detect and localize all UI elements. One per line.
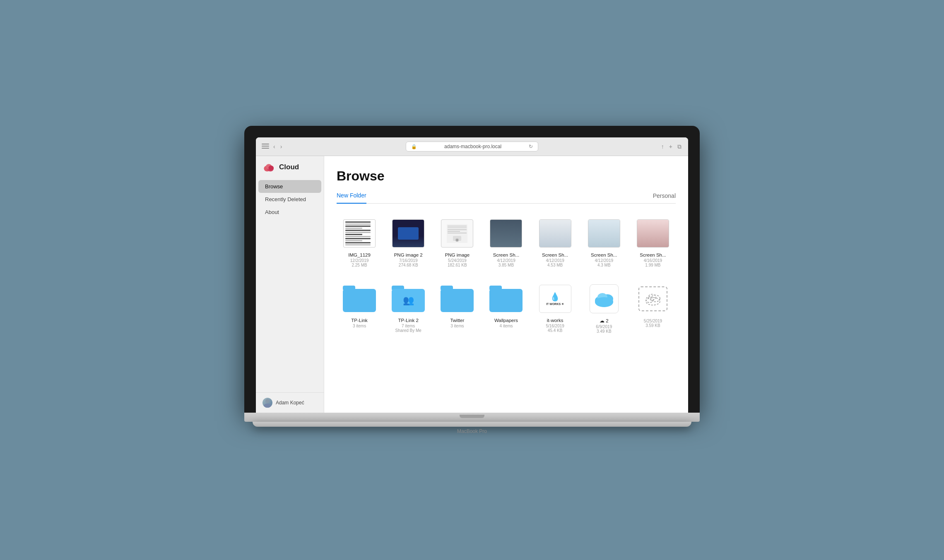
file-item-screen2[interactable]: Screen Sh... 4/12/2019 4.53 MB — [532, 214, 578, 271]
forward-button[interactable]: › — [279, 142, 284, 151]
sidebar-toggle-icon[interactable] — [262, 144, 269, 149]
file-name: PNG image — [438, 252, 476, 257]
avatar-image — [262, 398, 272, 408]
add-tab-button[interactable]: + — [668, 142, 673, 151]
svg-point-5 — [264, 404, 271, 408]
toolbar: New Folder Personal — [337, 192, 676, 204]
file-icon-png2 — [390, 217, 427, 250]
logo-text: Cloud — [279, 163, 299, 171]
sidebar-logo: Cloud — [256, 163, 324, 180]
page-title: Browse — [337, 168, 676, 184]
file-item-wallpapers[interactable]: Wallpapers 4 items — [483, 279, 529, 337]
file-icon-screen2 — [537, 217, 574, 250]
file-size: 4.53 MB — [547, 263, 563, 267]
file-icon-wallpapers — [487, 282, 525, 315]
file-size: 3.49 KB — [597, 329, 612, 334]
sidebar: Cloud Browse Recently Deleted About — [256, 156, 324, 413]
nav-arrows: ‹ › — [272, 142, 284, 151]
macbook-label: MacBook Pro — [244, 428, 700, 434]
file-item-screen1[interactable]: Screen Sh... 4/12/2019 3.85 MB — [483, 214, 529, 271]
file-size: 1.99 MB — [645, 263, 660, 267]
sidebar-item-about[interactable]: About — [258, 206, 321, 219]
file-name: Screen Sh... — [585, 252, 623, 257]
doc-line — [345, 240, 362, 241]
svg-point-4 — [265, 399, 270, 403]
file-subtitle: 3 items — [353, 324, 366, 328]
doc-line — [345, 224, 371, 225]
tabs-button[interactable]: ⧉ — [677, 142, 682, 151]
back-button[interactable]: ‹ — [272, 142, 277, 151]
file-item-png1[interactable]: PNG image 5/24/2019 182.61 KB — [434, 214, 480, 271]
svg-rect-8 — [448, 229, 467, 230]
file-size: 182.61 KB — [448, 263, 467, 267]
file-grid-row1: IMG_1129 12/2/2019 2.25 MB PNG imag — [337, 214, 676, 271]
file-item-screen3[interactable]: Screen Sh... 4/12/2019 4.3 MB — [581, 214, 627, 271]
address-text: adams-macbook-pro.local — [419, 144, 527, 149]
file-item-screen4[interactable]: Screen Sh... 4/16/2019 1.99 MB — [630, 214, 676, 271]
share-button[interactable]: ↑ — [660, 142, 665, 151]
reload-icon[interactable]: ↻ — [529, 144, 533, 149]
screen-bezel: ‹ › 🔒 adams-macbook-pro.local ↻ ↑ + ⧉ — [244, 126, 700, 413]
file-date: 4/16/2019 — [644, 258, 662, 263]
file-name: Twitter — [438, 318, 476, 323]
file-item-clouddash[interactable]: 5/25/2019 3.59 KB — [630, 279, 676, 337]
folder-icon — [343, 286, 376, 312]
file-name: Screen Sh... — [487, 252, 525, 257]
toolbar-left: New Folder — [337, 192, 366, 203]
sidebar-item-browse[interactable]: Browse — [258, 180, 321, 193]
file-date: 5/24/2019 — [448, 258, 467, 263]
file-date: 4/12/2019 — [595, 258, 614, 263]
file-subtitle: 3 items — [450, 324, 464, 328]
drop-icon: 💧 — [550, 292, 560, 302]
file-item-img1129[interactable]: IMG_1129 12/2/2019 2.25 MB — [337, 214, 382, 271]
file-size: 45.4 KB — [548, 328, 563, 333]
file-subtitle: 7 items Shared By Me — [395, 324, 421, 333]
cloud-logo-icon — [262, 163, 276, 172]
file-item-png2[interactable]: PNG image 2 7/16/2019 274.68 KB — [385, 214, 431, 271]
file-date: 7/16/2019 — [399, 258, 418, 263]
file-size: 3.85 MB — [498, 263, 514, 267]
file-icon-itworks: 💧 IT WORKS ✶ — [537, 282, 574, 315]
file-name: Wallpapers — [487, 318, 525, 323]
doc-line — [345, 236, 371, 237]
main-content: Browse New Folder Personal — [324, 156, 688, 413]
screenshot-thumbnail-2 — [539, 219, 571, 248]
doc-line — [345, 238, 371, 239]
folder-icon — [441, 286, 474, 312]
lock-icon: 🔒 — [411, 144, 417, 149]
file-icon-twitter — [438, 282, 476, 315]
file-item-cloud2[interactable]: ☁ 2 6/9/2019 3.49 KB — [581, 279, 627, 337]
file-icon-png1 — [438, 217, 476, 250]
laptop-notch — [460, 415, 484, 418]
browser-chrome: ‹ › 🔒 adams-macbook-pro.local ↻ ↑ + ⧉ — [256, 137, 688, 156]
file-item-tplink[interactable]: TP-Link 3 items — [337, 279, 382, 337]
file-date: 4/12/2019 — [546, 258, 564, 263]
svg-point-3 — [268, 166, 274, 170]
sidebar-nav: Browse Recently Deleted About — [256, 180, 324, 392]
doc-line — [345, 226, 371, 227]
file-name: Screen Sh... — [537, 252, 574, 257]
file-item-tplink2[interactable]: 👥 TP-Link 2 7 items Shared By Me — [385, 279, 431, 337]
folder-body — [343, 289, 376, 312]
doc-line — [345, 221, 371, 223]
file-item-itworks[interactable]: 💧 IT WORKS ✶ it-works 5/16/2019 45.4 KB — [532, 279, 578, 337]
folder-body — [441, 289, 474, 312]
browser-controls: ‹ › — [262, 142, 284, 151]
doc-line — [345, 244, 371, 245]
file-name: it-works — [537, 318, 574, 323]
file-item-twitter[interactable]: Twitter 3 items — [434, 279, 480, 337]
file-subtitle: 4 items — [499, 324, 513, 328]
new-folder-button[interactable]: New Folder — [337, 192, 366, 204]
png-light-thumbnail — [441, 219, 473, 248]
laptop-bottom — [244, 413, 700, 422]
file-icon-tplink2: 👥 — [390, 282, 427, 315]
address-bar-wrapper: 🔒 adams-macbook-pro.local ↻ — [288, 142, 656, 151]
it-works-text: IT WORKS ✶ — [546, 303, 564, 306]
laptop-base — [253, 422, 691, 427]
file-grid-row2: TP-Link 3 items 👥 — [337, 279, 676, 337]
file-size: 3.59 KB — [645, 323, 660, 328]
svg-rect-7 — [448, 225, 467, 228]
sidebar-item-recently-deleted[interactable]: Recently Deleted — [258, 193, 321, 206]
file-size: 274.68 KB — [399, 263, 418, 267]
address-bar[interactable]: 🔒 adams-macbook-pro.local ↻ — [406, 142, 538, 151]
